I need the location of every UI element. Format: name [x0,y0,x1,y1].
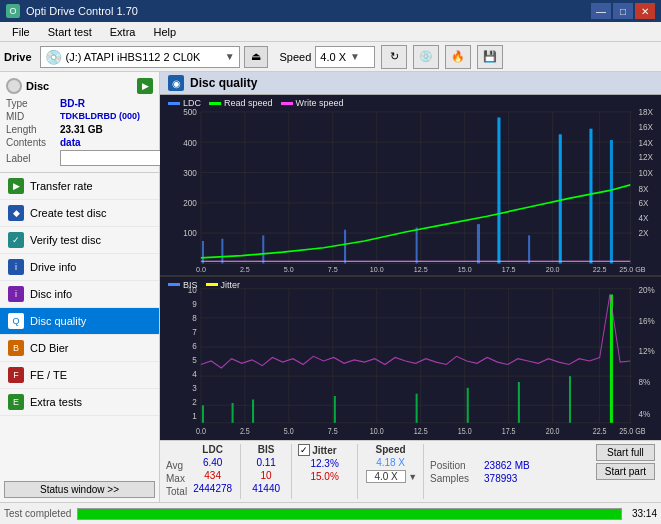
svg-rect-0 [160,95,661,275]
status-window-button[interactable]: Status window >> [4,481,155,498]
drive-select[interactable]: 💿 (J:) ATAPI iHBS112 2 CL0K ▼ [40,46,240,68]
menu-help[interactable]: Help [145,24,184,40]
bottom-chart-legend: BIS Jitter [168,280,240,290]
cd-bier-label: CD Bier [30,342,69,354]
cd-bier-icon: B [8,340,24,356]
speed-value: 4.0 X [320,51,346,63]
drive-select-value: (J:) ATAPI iHBS112 2 CL0K [66,51,221,63]
jitter-stats: ✓ Jitter 12.3% 15.0% [298,444,358,499]
svg-text:10.0: 10.0 [370,427,384,437]
app-icon: O [6,4,20,18]
samples-label: Samples [430,473,480,484]
disc-action-icon[interactable]: ▶ [137,78,153,94]
speed-select[interactable]: 4.0 X ▼ [315,46,375,68]
svg-text:5: 5 [192,354,197,365]
svg-text:8: 8 [192,312,197,323]
content-area: ◉ Disc quality LDC Read speed [160,72,661,502]
ldc-legend-dot [168,102,180,105]
svg-text:4: 4 [192,368,197,379]
charts-container: LDC Read speed Write speed [160,95,661,440]
menu-start-test[interactable]: Start test [40,24,100,40]
disc-contents-row: Contents data [6,137,153,148]
svg-text:15.0: 15.0 [458,427,472,437]
svg-text:20.0: 20.0 [546,265,560,274]
refresh-button[interactable]: ↻ [381,45,407,69]
burn-button[interactable]: 🔥 [445,45,471,69]
svg-rect-43 [202,241,204,263]
type-value: BD-R [60,98,85,109]
disc-panel: Disc ▶ Type BD-R MID TDKBLDRBD (000) Len… [0,72,159,173]
contents-value: data [60,137,81,148]
position-label: Position [430,460,480,471]
progress-bar [77,508,622,520]
sidebar-item-disc-quality[interactable]: Q Disc quality [0,308,159,335]
speed-select-stats[interactable]: 4.0 X [366,470,406,483]
svg-rect-52 [589,129,592,264]
ldc-header: LDC [191,444,234,455]
disc-button[interactable]: 💿 [413,45,439,69]
sidebar-item-transfer-rate[interactable]: ▶ Transfer rate [0,173,159,200]
sidebar-item-extra-tests[interactable]: E Extra tests [0,389,159,416]
svg-text:8%: 8% [639,377,651,388]
verify-test-disc-label: Verify test disc [30,234,101,246]
sidebar-item-drive-info[interactable]: i Drive info [0,254,159,281]
svg-text:2.5: 2.5 [240,265,250,274]
samples-value: 378993 [484,473,517,484]
start-buttons: Start full Start part [596,444,655,499]
transfer-rate-icon: ▶ [8,178,24,194]
extra-tests-label: Extra tests [30,396,82,408]
svg-text:12%: 12% [639,345,656,356]
bottom-chart-svg: 10 9 8 7 6 5 4 3 2 1 20% 16% 12% 8% 4% [160,277,661,440]
svg-text:12X: 12X [639,152,654,162]
svg-text:0.0: 0.0 [196,265,206,274]
sidebar-item-fe-te[interactable]: F FE / TE [0,362,159,389]
sidebar-item-cd-bier[interactable]: B CD Bier [0,335,159,362]
svg-text:4%: 4% [639,408,651,419]
svg-rect-48 [477,224,480,263]
svg-text:22.5: 22.5 [593,265,607,274]
drive-info-icon: i [8,259,24,275]
svg-text:8X: 8X [639,183,649,193]
svg-text:14X: 14X [639,137,654,147]
sidebar-item-create-test-disc[interactable]: ◆ Create test disc [0,200,159,227]
svg-rect-49 [497,117,500,263]
jitter-checkbox[interactable]: ✓ [298,444,310,456]
disc-mid-row: MID TDKBLDRBD (000) [6,111,153,122]
speed-stats: Speed 4.18 X 4.0 X ▼ [364,444,424,499]
maximize-button[interactable]: □ [613,3,633,19]
stats-bar: Avg Max Total LDC 6.40 434 2444278 BIS 0… [160,440,661,502]
svg-text:20.0: 20.0 [546,427,560,437]
drive-toolbar: Drive 💿 (J:) ATAPI iHBS112 2 CL0K ▼ ⏏ Sp… [0,42,661,72]
sidebar-item-verify-test-disc[interactable]: ✓ Verify test disc [0,227,159,254]
svg-rect-104 [518,382,520,423]
length-label: Length [6,124,56,135]
disc-quality-icon: Q [8,313,24,329]
save-button[interactable]: 💾 [477,45,503,69]
close-button[interactable]: ✕ [635,3,655,19]
content-header: ◉ Disc quality [160,72,661,95]
svg-text:10.0: 10.0 [370,265,384,274]
svg-rect-101 [334,396,336,423]
disc-title: Disc [26,80,49,92]
svg-text:0.0: 0.0 [196,427,206,437]
svg-text:300: 300 [183,167,197,177]
start-full-button[interactable]: Start full [596,444,655,461]
svg-text:20%: 20% [639,284,656,295]
menu-extra[interactable]: Extra [102,24,144,40]
ldc-max: 434 [191,470,234,481]
minimize-button[interactable]: — [591,3,611,19]
eject-button[interactable]: ⏏ [244,46,268,68]
menu-file[interactable]: File [4,24,38,40]
svg-rect-44 [221,239,223,264]
avg-label: Avg [166,460,187,471]
top-chart: LDC Read speed Write speed [160,95,661,275]
svg-text:12.5: 12.5 [414,265,428,274]
start-part-button[interactable]: Start part [596,463,655,480]
type-label: Type [6,98,56,109]
transfer-rate-label: Transfer rate [30,180,93,192]
bis-legend-label: BIS [183,280,198,290]
ldc-stats: LDC 6.40 434 2444278 [191,444,241,499]
bis-total: 41440 [247,483,285,494]
disc-quality-header-icon: ◉ [168,75,184,91]
sidebar-item-disc-info[interactable]: i Disc info [0,281,159,308]
